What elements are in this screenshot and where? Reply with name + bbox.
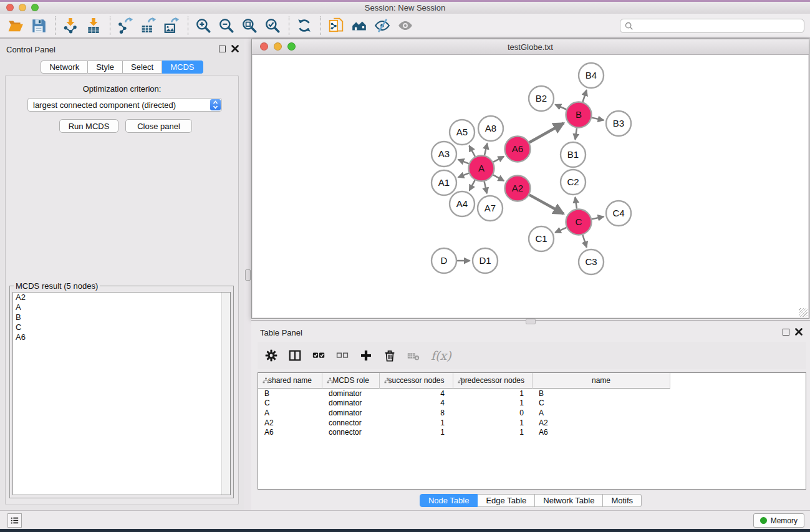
table-cell[interactable]: C [258,399,322,407]
node-A6[interactable]: A6 [505,137,531,162]
refresh-layout-icon[interactable] [295,16,314,35]
close-network-window-icon[interactable] [260,42,268,51]
import-table-icon[interactable] [84,16,103,35]
float-panel-icon[interactable] [783,329,789,336]
result-list-item[interactable]: C [13,322,230,332]
zoom-out-icon[interactable] [217,16,236,35]
node-C2[interactable]: C2 [561,170,586,195]
app-traffic-lights[interactable] [6,4,39,11]
show-graphics-details-icon[interactable] [396,16,415,35]
node-A7[interactable]: A7 [478,196,503,221]
table-cell[interactable]: 4 [380,389,453,398]
home-view-icon[interactable] [350,16,369,35]
export-table-icon[interactable] [139,16,158,35]
minimize-window-icon[interactable] [19,4,26,11]
node-C[interactable]: C [566,210,592,235]
edge-A-A6[interactable] [493,157,504,162]
edge-A-A7[interactable] [485,181,487,193]
table-cell[interactable]: 1 [453,389,533,398]
criterion-dropdown[interactable]: largest connected component (directed) [27,98,222,112]
node-A[interactable]: A [469,156,494,181]
close-window-icon[interactable] [6,4,14,11]
edge-A2-C[interactable] [529,195,564,213]
table-cell[interactable]: A6 [533,428,670,437]
function-builder-icon[interactable]: f(x) [431,349,451,362]
node-B2[interactable]: B2 [529,86,554,111]
import-network-icon[interactable] [61,16,80,35]
node-B4[interactable]: B4 [579,63,604,88]
table-row[interactable]: A2connector11A2 [258,418,806,428]
edge-B-B1[interactable] [575,128,577,139]
add-row-icon[interactable] [359,348,374,363]
node-B[interactable]: B [566,102,592,128]
network-window-titlebar[interactable]: testGlobe.txt [252,39,809,55]
close-panel-icon[interactable] [231,45,239,52]
edge-A-A2[interactable] [493,175,504,181]
edge-A-A5[interactable] [470,146,475,157]
minimize-network-window-icon[interactable] [274,42,282,51]
edge-A-A8[interactable] [485,143,488,155]
zoom-network-window-icon[interactable] [287,42,296,51]
tab-network[interactable]: Network [41,60,88,74]
export-network-icon[interactable] [116,16,135,35]
table-cell[interactable]: 1 [453,399,533,407]
table-cell[interactable]: connector [322,418,380,427]
node-C3[interactable]: C3 [579,249,604,274]
node-A3[interactable]: A3 [432,142,456,167]
edge-B-B3[interactable] [592,118,604,120]
run-mcds-button[interactable]: Run MCDS [59,119,118,133]
node-B1[interactable]: B1 [561,142,586,167]
splitter-grip[interactable] [245,269,251,281]
export-image-icon[interactable] [162,16,181,35]
table-cell[interactable]: 0 [453,409,533,417]
column-header-MCDS-role[interactable]: MCDS role [322,373,380,389]
deselect-all-icon[interactable] [335,348,350,363]
zoom-fit-icon[interactable] [240,16,259,35]
table-cell[interactable]: A [258,409,322,417]
table-cell[interactable]: B [258,389,322,398]
table-cell[interactable]: B [533,389,670,398]
table-cell[interactable]: 1 [453,428,533,437]
node-C4[interactable]: C4 [606,201,631,226]
node-A8[interactable]: A8 [478,116,503,141]
column-settings-icon[interactable] [264,348,279,363]
close-panel-button[interactable]: Close panel [125,119,192,133]
column-header-predecessor-nodes[interactable]: predecessor nodes [453,373,533,389]
tab-motifs[interactable]: Motifs [603,494,642,507]
table-cell[interactable]: 8 [380,409,453,417]
task-history-button[interactable] [7,513,22,528]
table-cell[interactable]: C [533,399,670,407]
tab-mcds[interactable]: MCDS [162,60,203,74]
result-list-item[interactable]: B [13,312,230,322]
edge-A6-B[interactable] [529,123,564,143]
open-folder-icon[interactable] [6,16,25,35]
horizontal-splitter[interactable] [251,319,810,324]
node-A4[interactable]: A4 [450,191,475,216]
tab-network-table[interactable]: Network Table [535,494,603,507]
table-cell[interactable]: dominator [322,409,380,417]
node-B3[interactable]: B3 [606,111,631,136]
result-list-item[interactable]: A [13,302,230,312]
edge-C-C2[interactable] [575,197,577,208]
table-cell[interactable]: 1 [380,418,453,427]
result-list-scrollbar[interactable] [221,293,230,495]
network-graph[interactable]: B4B2BB3A8A5A6A3B1AC2A1A2A4A7C4CC1C3DD1 [253,55,809,319]
node-A2[interactable]: A2 [505,176,531,201]
save-session-icon[interactable] [29,16,48,35]
node-table[interactable]: shared nameMCDS rolesuccessor nodesprede… [258,372,806,490]
delete-row-icon[interactable] [382,348,397,363]
table-row[interactable]: A6connector11A6 [258,427,806,437]
tab-edge-table[interactable]: Edge Table [478,494,535,507]
column-header-shared-name[interactable]: shared name [258,373,322,389]
table-cell[interactable]: 1 [380,428,453,437]
table-row[interactable]: Adominator80A [258,408,806,418]
table-cell[interactable]: A2 [258,418,322,427]
column-header-name[interactable]: name [533,373,670,389]
edge-A-A1[interactable] [458,173,469,178]
table-cell[interactable]: dominator [322,399,380,407]
table-cell[interactable]: A [533,409,670,417]
table-row[interactable]: Cdominator41C [258,399,806,409]
tab-select[interactable]: Select [123,60,162,74]
table-cell[interactable]: connector [322,428,380,437]
node-A5[interactable]: A5 [450,120,475,145]
